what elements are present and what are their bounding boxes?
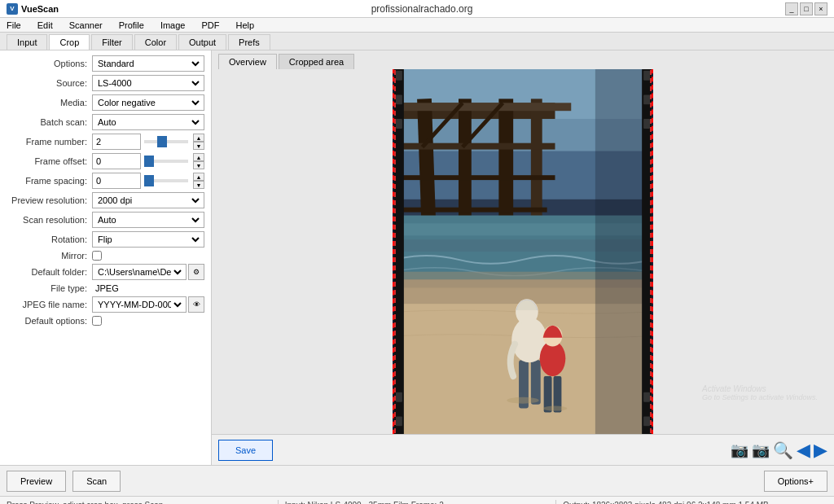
svg-rect-36 (396, 392, 402, 402)
tab-prefs[interactable]: Prefs (228, 34, 270, 50)
frame-spacing-thumb[interactable] (144, 175, 154, 186)
file-type-value: JPEG (92, 283, 119, 293)
menu-scanner[interactable]: Scanner (66, 20, 106, 30)
menu-file[interactable]: File (3, 20, 24, 30)
frame-offset-down[interactable]: ▼ (193, 161, 204, 169)
frame-spacing-up[interactable]: ▲ (193, 173, 204, 181)
media-select[interactable]: Color negative (94, 97, 202, 108)
batch-scan-select[interactable]: Auto (94, 116, 202, 128)
default-options-label: Default options: (7, 316, 92, 326)
right-panel: Overview Cropped area (212, 50, 834, 465)
left-panel: Options: Standard Source: LS-4000 Media:… (0, 50, 212, 465)
frame-spacing-spinner[interactable]: ▲ ▼ (193, 173, 204, 189)
default-folder-select[interactable]: C:\Users\name\Desktop\Nikc v (94, 266, 184, 278)
jpeg-filename-select[interactable]: YYYY-MM-DD-0001+.jpg (94, 299, 184, 310)
image-preview-area[interactable]: Activate Windows Go to Settings to activ… (212, 69, 834, 434)
watermark-line1: Activate Windows (702, 384, 818, 393)
tab-filter[interactable]: Filter (91, 34, 132, 50)
default-folder-wrapper[interactable]: C:\Users\name\Desktop\Nikc v (92, 264, 187, 280)
scan-res-wrapper[interactable]: Auto (92, 212, 204, 228)
back-arrow-icon[interactable]: ◀ (797, 440, 810, 461)
menu-profile[interactable]: Profile (116, 20, 147, 30)
preview-res-row: Preview resolution: 2000 dpi (7, 192, 204, 208)
svg-rect-35 (396, 119, 402, 129)
minimize-button[interactable]: _ (785, 2, 798, 15)
frame-number-row: Frame number: ▲ ▼ (7, 134, 204, 150)
main-content: Options: Standard Source: LS-4000 Media:… (0, 50, 834, 465)
default-options-checkbox[interactable] (92, 316, 102, 326)
frame-number-thumb[interactable] (157, 136, 167, 147)
view-tab-cropped[interactable]: Cropped area (279, 54, 354, 69)
preview-res-wrapper[interactable]: 2000 dpi (92, 192, 204, 208)
svg-point-29 (507, 397, 539, 404)
frame-spacing-slider-row: ▲ ▼ (92, 173, 204, 189)
svg-rect-41 (643, 119, 650, 129)
camera-icon-1[interactable]: 📷 (731, 441, 748, 459)
view-tab-overview[interactable]: Overview (218, 54, 277, 69)
jpeg-filename-browse-button[interactable]: 👁 (188, 296, 204, 313)
rotation-select[interactable]: Flip (94, 234, 202, 245)
menu-help[interactable]: Help (232, 20, 257, 30)
tab-input[interactable]: Input (7, 34, 47, 50)
forward-arrow-icon[interactable]: ▶ (814, 440, 827, 461)
jpeg-filename-wrapper[interactable]: YYYY-MM-DD-0001+.jpg (92, 296, 187, 313)
frame-number-down[interactable]: ▼ (193, 142, 204, 150)
folder-browse-button[interactable]: ⚙ (188, 264, 204, 280)
source-select[interactable]: LS-4000 (94, 77, 202, 89)
menu-edit[interactable]: Edit (34, 20, 56, 30)
tab-color[interactable]: Color (134, 34, 177, 50)
tab-crop[interactable]: Crop (49, 34, 90, 50)
svg-rect-40 (643, 94, 650, 104)
window-title: profissionalrachado.org (371, 3, 473, 15)
frame-number-spinner[interactable]: ▲ ▼ (193, 134, 204, 150)
mirror-checkbox-wrapper[interactable] (92, 251, 102, 261)
scan-res-row: Scan resolution: Auto (7, 212, 204, 228)
frame-spacing-slider[interactable] (144, 179, 188, 182)
batch-scan-select-wrapper[interactable]: Auto (92, 114, 204, 130)
app-name: VueScan (21, 4, 59, 14)
scan-button[interactable]: Scan (72, 471, 121, 492)
frame-offset-slider[interactable] (144, 160, 188, 163)
frame-offset-spinner[interactable]: ▲ ▼ (193, 153, 204, 169)
frame-offset-up[interactable]: ▲ (193, 153, 204, 161)
frame-number-up[interactable]: ▲ (193, 134, 204, 142)
frame-spacing-input[interactable] (92, 173, 141, 189)
default-folder-row: Default folder: C:\Users\name\Desktop\Ni… (7, 264, 204, 280)
search-icon[interactable]: 🔍 (773, 440, 793, 460)
menu-pdf[interactable]: PDF (198, 20, 222, 30)
frame-spacing-down[interactable]: ▼ (193, 181, 204, 189)
options-plus-button[interactable]: Options+ (764, 471, 827, 492)
svg-rect-11 (394, 208, 547, 213)
svg-rect-22 (531, 360, 541, 404)
options-select-wrapper[interactable]: Standard (92, 55, 204, 72)
options-row: Options: Standard (7, 55, 204, 72)
close-button[interactable]: × (814, 2, 827, 15)
options-select[interactable]: Standard (94, 58, 202, 69)
rotation-wrapper[interactable]: Flip (92, 231, 204, 248)
menu-image[interactable]: Image (157, 20, 189, 30)
window-controls[interactable]: _ □ × (785, 2, 827, 15)
default-options-checkbox-wrapper[interactable] (92, 316, 102, 326)
scan-res-select[interactable]: Auto (94, 214, 202, 226)
svg-rect-37 (396, 416, 402, 426)
camera-icon-2[interactable]: 📷 (752, 441, 770, 459)
status-divider-1 (278, 500, 279, 505)
media-select-wrapper[interactable]: Color negative (92, 94, 204, 111)
save-button[interactable]: Save (218, 440, 273, 461)
rotation-row: Rotation: Flip (7, 231, 204, 248)
frame-number-input[interactable] (92, 134, 141, 150)
status-right: Output: 1826x2803 pixels 482 dpi 96.2x14… (563, 501, 827, 504)
preview-button[interactable]: Preview (7, 471, 66, 492)
preview-res-select[interactable]: 2000 dpi (94, 195, 202, 206)
source-select-wrapper[interactable]: LS-4000 (92, 75, 204, 91)
source-row: Source: LS-4000 (7, 75, 204, 91)
batch-scan-label: Batch scan: (7, 117, 92, 127)
maximize-button[interactable]: □ (800, 2, 813, 15)
tab-output[interactable]: Output (178, 34, 226, 50)
scan-res-label: Scan resolution: (7, 215, 92, 225)
frame-number-slider[interactable] (144, 140, 188, 143)
frame-offset-input[interactable] (92, 153, 141, 169)
mirror-checkbox[interactable] (92, 251, 102, 261)
frame-offset-thumb[interactable] (144, 156, 154, 167)
menu-bar: File Edit Scanner Profile Image PDF Help (0, 18, 834, 33)
